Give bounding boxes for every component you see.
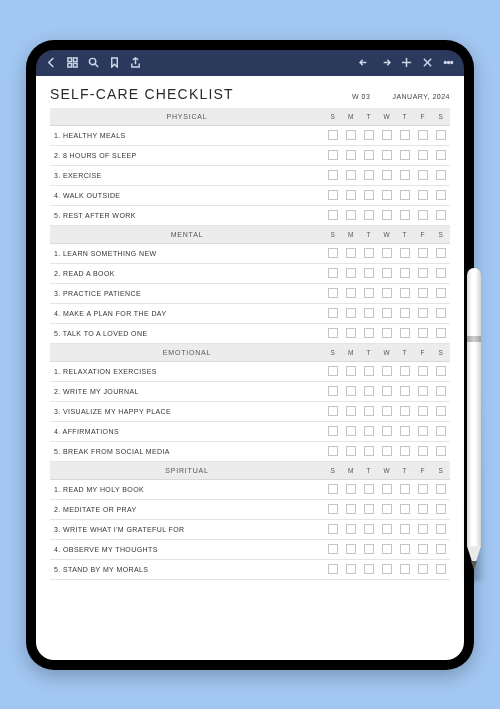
checkbox-cell[interactable]: [378, 283, 396, 303]
checkbox-cell[interactable]: [324, 559, 342, 579]
checkbox-cell[interactable]: [342, 323, 360, 343]
checkbox-cell[interactable]: [342, 303, 360, 323]
checkbox-cell[interactable]: [432, 401, 450, 421]
checkbox-cell[interactable]: [324, 499, 342, 519]
checkbox-cell[interactable]: [396, 263, 414, 283]
checkbox-cell[interactable]: [378, 499, 396, 519]
checkbox-cell[interactable]: [432, 361, 450, 381]
checkbox-cell[interactable]: [414, 519, 432, 539]
checkbox-cell[interactable]: [324, 421, 342, 441]
checkbox-cell[interactable]: [378, 145, 396, 165]
checkbox-cell[interactable]: [360, 145, 378, 165]
checkbox-cell[interactable]: [414, 499, 432, 519]
checkbox-cell[interactable]: [378, 539, 396, 559]
checkbox-cell[interactable]: [414, 401, 432, 421]
checkbox-cell[interactable]: [396, 479, 414, 499]
checkbox-cell[interactable]: [342, 283, 360, 303]
checkbox-cell[interactable]: [414, 263, 432, 283]
checkbox-cell[interactable]: [378, 361, 396, 381]
bookmark-icon[interactable]: [109, 57, 120, 68]
checkbox-cell[interactable]: [360, 361, 378, 381]
close-icon[interactable]: [422, 57, 433, 68]
checkbox-cell[interactable]: [378, 559, 396, 579]
checkbox-cell[interactable]: [414, 303, 432, 323]
checkbox-cell[interactable]: [414, 243, 432, 263]
checkbox-cell[interactable]: [342, 381, 360, 401]
checkbox-cell[interactable]: [324, 205, 342, 225]
checkbox-cell[interactable]: [414, 381, 432, 401]
checkbox-cell[interactable]: [324, 519, 342, 539]
checkbox-cell[interactable]: [396, 125, 414, 145]
checkbox-cell[interactable]: [432, 519, 450, 539]
checkbox-cell[interactable]: [432, 303, 450, 323]
checkbox-cell[interactable]: [360, 283, 378, 303]
checkbox-cell[interactable]: [324, 165, 342, 185]
checkbox-cell[interactable]: [378, 519, 396, 539]
checkbox-cell[interactable]: [396, 145, 414, 165]
grid-icon[interactable]: [67, 57, 78, 68]
checkbox-cell[interactable]: [414, 539, 432, 559]
undo-icon[interactable]: [359, 57, 370, 68]
checkbox-cell[interactable]: [324, 145, 342, 165]
checkbox-cell[interactable]: [414, 479, 432, 499]
checkbox-cell[interactable]: [324, 185, 342, 205]
checkbox-cell[interactable]: [396, 519, 414, 539]
checkbox-cell[interactable]: [396, 441, 414, 461]
checkbox-cell[interactable]: [342, 499, 360, 519]
checkbox-cell[interactable]: [324, 539, 342, 559]
checkbox-cell[interactable]: [414, 205, 432, 225]
checkbox-cell[interactable]: [324, 125, 342, 145]
checkbox-cell[interactable]: [360, 125, 378, 145]
checkbox-cell[interactable]: [360, 243, 378, 263]
checkbox-cell[interactable]: [342, 263, 360, 283]
checkbox-cell[interactable]: [396, 283, 414, 303]
checkbox-cell[interactable]: [396, 381, 414, 401]
checkbox-cell[interactable]: [324, 361, 342, 381]
checkbox-cell[interactable]: [432, 499, 450, 519]
checkbox-cell[interactable]: [396, 559, 414, 579]
checkbox-cell[interactable]: [432, 125, 450, 145]
checkbox-cell[interactable]: [378, 243, 396, 263]
checkbox-cell[interactable]: [342, 441, 360, 461]
checkbox-cell[interactable]: [360, 263, 378, 283]
checkbox-cell[interactable]: [342, 559, 360, 579]
checkbox-cell[interactable]: [360, 539, 378, 559]
checkbox-cell[interactable]: [432, 263, 450, 283]
checkbox-cell[interactable]: [342, 539, 360, 559]
checkbox-cell[interactable]: [432, 145, 450, 165]
checkbox-cell[interactable]: [342, 205, 360, 225]
checkbox-cell[interactable]: [324, 441, 342, 461]
checkbox-cell[interactable]: [360, 165, 378, 185]
checkbox-cell[interactable]: [432, 559, 450, 579]
checkbox-cell[interactable]: [378, 381, 396, 401]
checkbox-cell[interactable]: [432, 421, 450, 441]
checkbox-cell[interactable]: [360, 323, 378, 343]
checkbox-cell[interactable]: [378, 421, 396, 441]
checkbox-cell[interactable]: [432, 441, 450, 461]
checkbox-cell[interactable]: [432, 539, 450, 559]
checkbox-cell[interactable]: [414, 185, 432, 205]
checkbox-cell[interactable]: [396, 165, 414, 185]
add-icon[interactable]: [401, 57, 412, 68]
more-icon[interactable]: [443, 57, 454, 68]
checkbox-cell[interactable]: [324, 303, 342, 323]
checkbox-cell[interactable]: [360, 559, 378, 579]
checkbox-cell[interactable]: [342, 361, 360, 381]
checkbox-cell[interactable]: [360, 185, 378, 205]
checkbox-cell[interactable]: [342, 421, 360, 441]
checkbox-cell[interactable]: [432, 205, 450, 225]
checkbox-cell[interactable]: [360, 499, 378, 519]
checkbox-cell[interactable]: [360, 519, 378, 539]
redo-icon[interactable]: [380, 57, 391, 68]
checkbox-cell[interactable]: [396, 361, 414, 381]
checkbox-cell[interactable]: [324, 401, 342, 421]
checkbox-cell[interactable]: [396, 185, 414, 205]
checkbox-cell[interactable]: [414, 323, 432, 343]
checkbox-cell[interactable]: [324, 323, 342, 343]
checkbox-cell[interactable]: [432, 479, 450, 499]
checkbox-cell[interactable]: [342, 519, 360, 539]
checkbox-cell[interactable]: [396, 499, 414, 519]
checkbox-cell[interactable]: [414, 165, 432, 185]
checkbox-cell[interactable]: [414, 125, 432, 145]
checkbox-cell[interactable]: [378, 125, 396, 145]
